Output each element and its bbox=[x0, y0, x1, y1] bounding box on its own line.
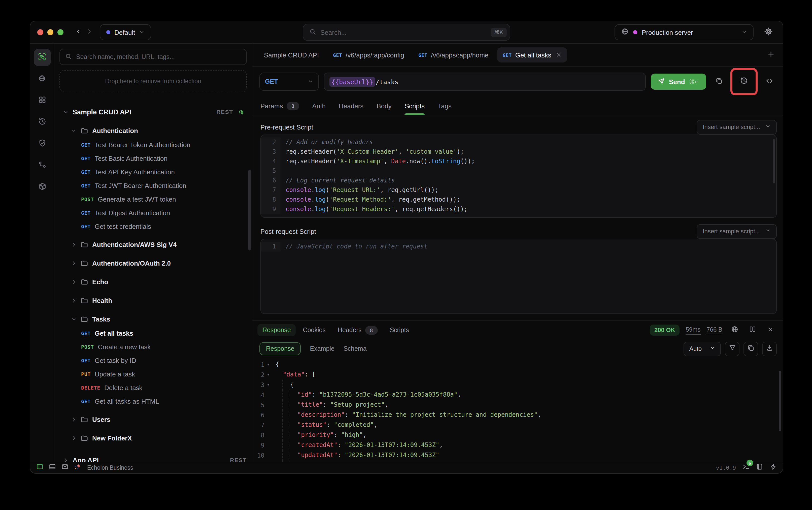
tree-request-test-basic-authentication[interactable]: GETTest Basic Authentication bbox=[59, 152, 247, 165]
tree-folder-tasks[interactable]: Tasks bbox=[59, 311, 247, 327]
organization-name[interactable]: Echolon Business bbox=[87, 465, 133, 471]
response-tab-cookies[interactable]: Cookies bbox=[298, 324, 331, 336]
tab-get-all-tasks[interactable]: GETGet all tasks bbox=[497, 47, 567, 62]
response-size[interactable]: 766 B bbox=[706, 326, 722, 334]
format-select[interactable]: Auto bbox=[684, 341, 721, 356]
line-number: 7 bbox=[252, 420, 271, 430]
feedback-button[interactable] bbox=[61, 463, 68, 472]
editor-scrollbar[interactable] bbox=[773, 139, 775, 183]
sidebar-search-input[interactable]: Search name, method, URL, tags... bbox=[59, 49, 247, 65]
tree-folder-authentication-aws-sig-v4[interactable]: Authentication/AWS Sig V4 bbox=[59, 237, 247, 252]
pre-request-editor[interactable]: 2// Add or modify headers3req.setHeader(… bbox=[261, 135, 777, 218]
tree-request-update-a-task[interactable]: PUTUpdate a task bbox=[59, 367, 247, 381]
global-search-input[interactable]: Search... ⌘K bbox=[303, 24, 510, 41]
tree-request-delete-a-task[interactable]: DELETEDelete a task bbox=[59, 381, 247, 395]
environment-dropdown[interactable]: Production server bbox=[614, 24, 754, 40]
response-subtab-example[interactable]: Example bbox=[310, 345, 334, 352]
response-time[interactable]: 59ms bbox=[686, 326, 701, 334]
url-input[interactable]: {{baseUrl}} /tasks bbox=[324, 73, 646, 91]
header-right: Production server bbox=[614, 24, 776, 40]
json-line: 2▾ "data": [ bbox=[252, 370, 783, 380]
filter-response-button[interactable] bbox=[725, 341, 740, 356]
request-tab-auth[interactable]: Auth bbox=[312, 97, 326, 115]
send-button[interactable]: Send ⌘↵ bbox=[651, 74, 706, 90]
response-tab-response[interactable]: Response bbox=[258, 324, 296, 336]
rail-item-cube[interactable] bbox=[33, 179, 51, 196]
post-request-editor[interactable]: 1// JavaScript code to run after request bbox=[261, 239, 777, 314]
tree-request-test-digest-authentication[interactable]: GETTest Digest Authentication bbox=[59, 206, 247, 220]
tree-folder-health[interactable]: Health bbox=[59, 293, 247, 308]
response-subtab-response[interactable]: Response bbox=[260, 342, 301, 355]
tree-folder-echo[interactable]: Echo bbox=[59, 274, 247, 289]
token: : bbox=[345, 411, 352, 418]
tree-collection-sample-crud-api[interactable]: Sample CRUD APIREST bbox=[59, 104, 247, 119]
close-tab-icon[interactable] bbox=[556, 52, 562, 58]
rail-item-flow[interactable] bbox=[33, 157, 51, 174]
response-tab-headers[interactable]: Headers8 bbox=[333, 323, 383, 337]
toggle-sidebar-button[interactable] bbox=[36, 463, 43, 472]
line-number: 3▾ bbox=[252, 380, 271, 390]
tree-request-generate-a-test-jwt-token[interactable]: POSTGenerate a test JWT token bbox=[59, 193, 247, 206]
settings-button[interactable] bbox=[761, 25, 776, 40]
workspace-dropdown[interactable]: Default bbox=[100, 24, 151, 40]
request-history-button[interactable] bbox=[736, 74, 752, 89]
fold-caret-icon[interactable]: ▾ bbox=[265, 370, 270, 379]
rail-item-grid[interactable] bbox=[33, 92, 51, 109]
request-tab-params[interactable]: Params3 bbox=[261, 97, 299, 115]
tab--v6-apps-app-config[interactable]: GET/v6/apps/:app/config bbox=[327, 47, 410, 62]
shortcuts-button[interactable] bbox=[770, 463, 777, 472]
copy-response-button[interactable] bbox=[744, 341, 758, 356]
console-button[interactable]: 6 bbox=[743, 463, 750, 472]
tree-request-get-all-tasks[interactable]: GETGet all tasks bbox=[59, 327, 247, 340]
copy-request-button[interactable] bbox=[711, 74, 726, 89]
sidebar-scrollbar[interactable] bbox=[248, 170, 251, 251]
layout-split-button[interactable] bbox=[747, 324, 759, 336]
fold-caret-icon[interactable]: ▾ bbox=[265, 380, 270, 390]
nav-back-button[interactable] bbox=[72, 27, 84, 38]
tree-collection-app-api[interactable]: App APIREST bbox=[59, 453, 247, 462]
tree-request-test-bearer-token-authentication[interactable]: GETTest Bearer Token Authentication bbox=[59, 138, 247, 152]
zoom-window-button[interactable] bbox=[57, 29, 63, 35]
response-scrollbar[interactable] bbox=[779, 371, 781, 431]
fold-caret-icon[interactable]: ▾ bbox=[265, 360, 270, 369]
nav-forward-button[interactable] bbox=[84, 27, 95, 38]
send-label: Send bbox=[669, 78, 685, 85]
request-tab-headers[interactable]: Headers bbox=[339, 97, 363, 115]
rail-item-shield-check[interactable] bbox=[33, 136, 51, 153]
tree-request-create-a-new-task[interactable]: POSTCreate a new task bbox=[59, 340, 247, 354]
method-select[interactable]: GET bbox=[260, 73, 319, 91]
tree-request-test-api-key-authentication[interactable]: GETTest API Key Authentication bbox=[59, 165, 247, 179]
tab-sample-crud-api[interactable]: Sample CRUD API bbox=[259, 47, 324, 62]
minimize-window-button[interactable] bbox=[47, 29, 53, 35]
tab--v6-apps-app-home[interactable]: GET/v6/apps/:app/home bbox=[413, 47, 494, 62]
tree-request-get-test-credentials[interactable]: GETGet test credentials bbox=[59, 220, 247, 233]
tree-folder-authentication-oauth-2-0[interactable]: Authentication/OAuth 2.0 bbox=[59, 255, 247, 271]
tree-folder-authentication[interactable]: Authentication bbox=[59, 123, 247, 138]
tree-request-get-task-by-id[interactable]: GETGet task by ID bbox=[59, 354, 247, 367]
download-response-button[interactable] bbox=[762, 341, 777, 356]
rail-item-globe[interactable] bbox=[33, 70, 51, 88]
tree-request-get-all-tasks-as-html[interactable]: GETGet all tasks as HTML bbox=[59, 395, 247, 408]
request-tab-body[interactable]: Body bbox=[377, 97, 391, 115]
docs-button[interactable] bbox=[756, 463, 763, 472]
toggle-bottom-panel-button[interactable] bbox=[49, 463, 56, 472]
close-response-button[interactable] bbox=[765, 324, 777, 336]
request-tab-tags[interactable]: Tags bbox=[438, 97, 452, 115]
response-tab-scripts[interactable]: Scripts bbox=[385, 324, 414, 336]
response-proxy-button[interactable] bbox=[728, 324, 741, 336]
rail-item-history[interactable] bbox=[33, 114, 51, 131]
tree-folder-new-folderx[interactable]: New FolderX bbox=[59, 430, 247, 446]
response-subtab-schema[interactable]: Schema bbox=[343, 345, 367, 352]
request-tab-scripts[interactable]: Scripts bbox=[405, 97, 425, 115]
rail-item-scan[interactable] bbox=[33, 49, 51, 66]
insert-sample-post-dropdown[interactable]: Insert sample script... bbox=[697, 224, 777, 238]
response-body-viewer[interactable]: 1▾{2▾ "data": [3▾ {4 "id": "b1372095-5d3… bbox=[252, 358, 783, 462]
insert-sample-pre-dropdown[interactable]: Insert sample script... bbox=[697, 120, 777, 134]
tree-request-test-jwt-bearer-authentication[interactable]: GETTest JWT Bearer Authentication bbox=[59, 179, 247, 193]
close-window-button[interactable] bbox=[37, 29, 43, 35]
tree-folder-users[interactable]: Users bbox=[59, 412, 247, 427]
indent-guide bbox=[282, 420, 282, 430]
code-export-button[interactable] bbox=[762, 74, 777, 89]
search-shortcut-badge: ⌘K bbox=[490, 27, 507, 37]
new-tab-button[interactable] bbox=[765, 48, 777, 62]
